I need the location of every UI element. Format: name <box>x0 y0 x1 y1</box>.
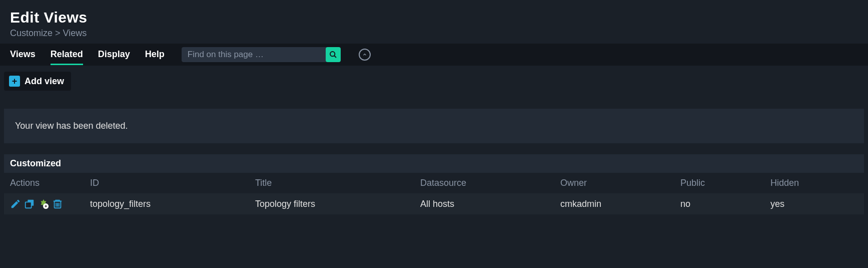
menubar: Views Related Display Help <box>0 44 868 66</box>
cell-owner: cmkadmin <box>554 193 674 214</box>
table-row: + topology_filters Topology filters All … <box>4 193 864 214</box>
menu-related[interactable]: Related <box>51 44 83 65</box>
cell-title: Topology filters <box>249 193 414 214</box>
create-icon[interactable]: + <box>38 198 49 209</box>
cell-id: topology_filters <box>84 193 249 214</box>
col-id: ID <box>84 173 249 193</box>
svg-text:+: + <box>45 204 47 209</box>
menu-views[interactable]: Views <box>10 44 36 65</box>
cell-hidden: yes <box>764 193 864 214</box>
menu-help[interactable]: Help <box>145 44 165 65</box>
menu-display[interactable]: Display <box>98 44 130 65</box>
section-title-customized: Customized <box>4 154 864 173</box>
collapse-button[interactable] <box>359 49 371 61</box>
add-view-label: Add view <box>25 76 64 87</box>
delete-icon[interactable] <box>52 198 63 209</box>
status-message: Your view has been deleted. <box>4 109 864 143</box>
col-hidden: Hidden <box>764 173 864 193</box>
chevron-up-icon <box>362 52 367 57</box>
svg-line-1 <box>334 56 336 58</box>
col-title: Title <box>249 173 414 193</box>
search-button[interactable] <box>326 47 341 62</box>
col-public: Public <box>674 173 764 193</box>
search-input[interactable] <box>182 47 327 62</box>
col-owner: Owner <box>554 173 674 193</box>
col-datasource: Datasource <box>414 173 554 193</box>
views-table: Actions ID Title Datasource Owner Public… <box>4 173 864 214</box>
add-view-button[interactable]: + Add view <box>4 72 71 91</box>
svg-point-0 <box>330 52 335 56</box>
cell-public: no <box>674 193 764 214</box>
edit-icon[interactable] <box>10 198 21 209</box>
breadcrumb[interactable]: Customize > Views <box>10 28 858 39</box>
page-title: Edit Views <box>10 9 858 26</box>
cell-datasource: All hosts <box>414 193 554 214</box>
svg-rect-3 <box>26 202 32 208</box>
clone-icon[interactable] <box>24 198 35 209</box>
col-actions: Actions <box>4 173 84 193</box>
plus-icon: + <box>9 76 20 87</box>
search-icon <box>329 51 337 59</box>
